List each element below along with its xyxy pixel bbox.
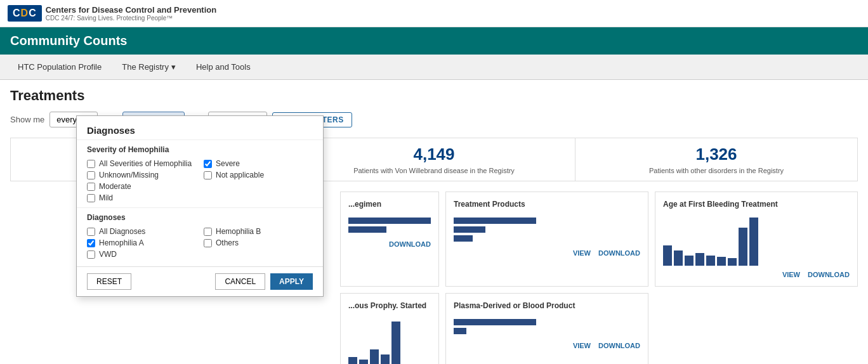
severity-option-severe: Severe [204,159,313,168]
severity-option-mild: Mild [87,193,196,202]
severity-section-title: Severity of Hemophilia [77,140,323,157]
diagnoses-subsection-title: Diagnoses [77,207,323,224]
severity-option-empty [204,182,313,191]
hbar-1 [348,226,386,233]
chart-regimen-title: ...egimen [348,200,431,209]
chart-regimen-download[interactable]: DOWNLOAD [389,240,431,248]
diag-hema-checkbox[interactable] [87,239,95,247]
diagnoses-options-grid: All Diagnoses Hemophilia B Hemophilia A … [77,224,323,264]
severity-all-checkbox[interactable] [87,160,95,168]
show-me-label: Show me [10,115,44,124]
chart-regimen-bars [348,215,431,235]
dropdown-footer: RESET CANCEL APPLY [77,266,323,296]
banner-title: Community Counts [10,34,127,48]
hbar-row-1 [348,226,431,233]
stat-vwd-number: 4,149 [298,145,570,164]
hbar-0 [348,218,431,224]
chart-plasma-download[interactable]: DOWNLOAD [598,342,640,349]
severity-option-unknown: Unknown/Missing [87,171,196,179]
vbar-3 [695,253,704,266]
footer-right-buttons: CANCEL APPLY [215,273,313,290]
diag-hemb-checkbox[interactable] [204,228,212,236]
severity-option-moderate: Moderate [87,182,196,191]
chart-regimen: ...egimen DOWNLOAD [340,192,439,287]
prophy-vbar-2 [370,349,379,364]
chart-tp-download[interactable]: DOWNLOAD [598,249,640,257]
chart-plasma-title: Plasma-Derived or Blood Product [454,301,640,310]
chart-plasma: Plasma-Derived or Blood Product VIEW DOW… [445,293,648,364]
severity-severe-checkbox[interactable] [204,160,212,168]
vbar-6 [728,258,737,266]
chart-prophy-title: ...ous Prophy. Started [348,301,431,310]
chart-tp-bars [454,215,640,244]
diag-option-hemb: Hemophilia B [204,227,313,236]
stat-other-number: 1,326 [581,145,852,164]
chart-regimen-actions: DOWNLOAD [348,240,431,248]
diag-option-all: All Diagnoses [87,227,196,236]
diag-option-vwd: VWD [87,250,196,259]
vbar-8 [749,218,758,266]
page-title: Treatments [10,88,858,104]
chart-tp-view[interactable]: VIEW [573,249,591,257]
community-counts-banner: Community Counts [0,27,868,55]
vbar-4 [706,256,715,266]
reset-button[interactable]: RESET [87,273,131,290]
cdc-badge: CDC [8,5,42,22]
severity-options-grid: All Severities of Hemophilia Severe Unkn… [77,157,323,207]
severity-option-0: All Severities of Hemophilia [87,159,196,168]
cancel-button[interactable]: CANCEL [215,273,265,290]
chart-tp-title: Treatment Products [454,200,640,209]
chart-plasma-view[interactable]: VIEW [573,342,591,349]
stat-other: 1,326 Patients with other disorders in t… [575,138,857,181]
diag-option-others: Others [204,238,313,247]
severity-na-checkbox[interactable] [204,171,212,179]
nav-the-registry[interactable]: The Registry ▾ [112,55,186,79]
severity-moderate-checkbox[interactable] [87,183,95,191]
vbar-0 [663,245,672,266]
tp-hbar-1 [454,226,485,233]
nav-bar: HTC Population Profile The Registry ▾ He… [0,55,868,80]
chart-plasma-actions: VIEW DOWNLOAD [454,342,640,349]
chart-prophy-bars [348,316,431,364]
nav-htc-population[interactable]: HTC Population Profile [8,55,112,79]
vbar-1 [674,250,683,266]
vbar-2 [685,256,694,266]
cdc-header: CDC Centers for Disease Control and Prev… [0,0,868,27]
stat-vwd-desc: Patients with Von Willebrand disease in … [298,167,570,174]
plasma-hbar-1 [454,328,466,334]
stat-other-desc: Patients with other disorders in the Reg… [581,167,852,174]
main-content: Treatments Show me everyone with all dia… [0,80,868,364]
plasma-hbar-0 [454,319,536,325]
diag-option-hema: Hemophilia A [87,238,196,247]
diagnoses-panel-title: Diagnoses [77,116,323,140]
severity-unknown-checkbox[interactable] [87,171,95,179]
chart-age-bleeding: Age at First Bleeding Treatment VIEW DOW… [655,192,858,287]
chart-ab-actions: VIEW DOWNLOAD [663,271,850,278]
chart-ab-bars [663,215,850,266]
diag-others-checkbox[interactable] [204,239,212,247]
cdc-logo: CDC Centers for Disease Control and Prev… [8,5,216,22]
chart-ab-title: Age at First Bleeding Treatment [663,200,850,209]
cdc-org-name: Centers for Disease Control and Preventi… [46,5,216,15]
nav-help-tools[interactable]: Help and Tools [186,55,261,79]
chart-ab-download[interactable]: DOWNLOAD [808,271,850,278]
diagnoses-dropdown-panel: Diagnoses Severity of Hemophilia All Sev… [76,115,324,297]
prophy-vbar-1 [359,360,368,364]
chart-tp-actions: VIEW DOWNLOAD [454,249,640,257]
vbar-5 [717,257,726,266]
chart-prophy: ...ous Prophy. Started VIEW DOWNLOAD [340,293,439,364]
severity-mild-checkbox[interactable] [87,194,95,202]
cdc-tagline: CDC 24/7: Saving Lives. Protecting Peopl… [46,15,216,22]
apply-button[interactable]: APPLY [270,273,313,290]
vbar-7 [739,228,747,266]
tp-hbar-2 [454,235,473,242]
hbar-row-0 [348,218,431,224]
severity-option-na: Not applicable [204,171,313,179]
cdc-logo-text-block: Centers for Disease Control and Preventi… [46,5,216,22]
prophy-vbar-0 [348,357,357,364]
prophy-vbar-4 [391,322,400,364]
tp-hbar-0 [454,218,536,224]
diag-vwd-checkbox[interactable] [87,250,95,259]
diag-all-checkbox[interactable] [87,228,95,236]
chart-ab-view[interactable]: VIEW [782,271,800,278]
